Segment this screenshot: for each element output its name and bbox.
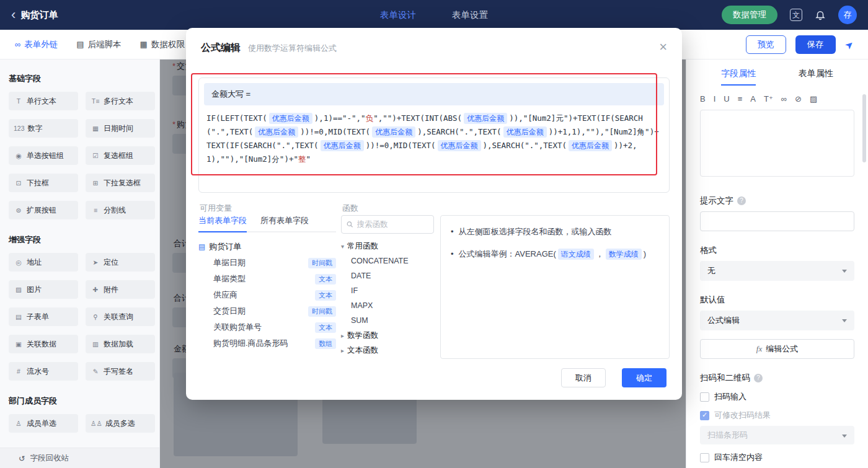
help-example-text: ) <box>644 247 646 262</box>
field-chip[interactable]: 优惠后金额 <box>503 126 547 138</box>
sidebar-field-extend-button[interactable]: ⊜扩展按钮 <box>9 201 78 219</box>
sidebar-field-location[interactable]: ➤定位 <box>86 253 155 272</box>
formula-help-panel: 从左侧面板选择字段名和函数，或输入函数 公式编辑举例：AVERAGE( 语文成绩… <box>440 215 670 359</box>
data-permission-button[interactable]: ▦ 数据权限 <box>140 39 185 50</box>
field-chip[interactable]: 优惠后金额 <box>255 126 298 138</box>
sidebar-field-linked-data[interactable]: ▣关联数据 <box>9 335 78 353</box>
sidebar-field-data-load[interactable]: ▥数据加载 <box>86 335 155 353</box>
tab-all-form-fields[interactable]: 所有表单字段 <box>260 215 309 231</box>
close-icon[interactable]: × <box>659 39 667 55</box>
function-item[interactable]: DATE <box>341 268 434 283</box>
sidebar-field-divider[interactable]: ≡分割线 <box>86 201 155 219</box>
scan-input-checkbox[interactable] <box>700 392 709 402</box>
variable-item[interactable]: 单据类型文本 <box>198 271 336 287</box>
variable-type-badge: 文本 <box>315 322 336 333</box>
help-icon[interactable] <box>754 374 763 382</box>
form-link-button[interactable]: ∞ 表单外链 <box>15 39 58 50</box>
avatar[interactable]: 存 <box>838 6 857 24</box>
variable-item[interactable]: 供应商文本 <box>198 287 336 303</box>
scrollbar[interactable] <box>862 94 866 162</box>
field-chip[interactable]: 优惠后金额 <box>438 140 481 151</box>
sidebar-field-linked-query[interactable]: ⚲关联查询 <box>86 307 155 326</box>
tab-form-settings[interactable]: 表单设置 <box>452 9 488 21</box>
sidebar-field-subform[interactable]: ▤子表单 <box>9 307 78 326</box>
cancel-button[interactable]: 取消 <box>561 368 606 387</box>
variable-item[interactable]: 购货明细.商品条形码数组 <box>198 335 336 351</box>
backend-script-button[interactable]: ▤ 后端脚本 <box>76 39 121 50</box>
chevron-right-icon: ▸ <box>341 332 344 339</box>
modify-scan-checkbox[interactable] <box>700 411 709 420</box>
scan-barcode-select[interactable]: 扫描条形码 <box>700 426 854 444</box>
save-button[interactable]: 保存 <box>795 35 836 54</box>
subform-icon: ▤ <box>14 313 24 320</box>
function-search[interactable] <box>341 215 434 234</box>
sidebar-field-signature[interactable]: ✎手写签名 <box>86 362 155 381</box>
function-group[interactable]: ▸数学函数 <box>341 328 434 343</box>
language-icon[interactable]: 文 <box>790 9 802 21</box>
sidebar-field-multi-line-text[interactable]: T≡多行文本 <box>86 92 155 110</box>
variable-item[interactable]: 单据日期时间戳 <box>198 255 336 271</box>
image-icon: ▨ <box>14 286 24 293</box>
help-icon[interactable] <box>737 196 746 205</box>
sidebar-field-attachment[interactable]: ✚附件 <box>86 280 155 299</box>
back-icon[interactable]: ‹ <box>11 9 16 21</box>
format-select[interactable]: 无 <box>700 261 854 281</box>
share-icon[interactable]: ➤ <box>842 37 856 51</box>
sidebar-field-member-single[interactable]: ♙成员单选 <box>9 414 78 433</box>
field-recycle-bin[interactable]: ↺ 字段回收站 <box>0 448 159 468</box>
sidebar-field-image[interactable]: ▨图片 <box>9 280 78 299</box>
hint-text-input[interactable] <box>700 211 854 231</box>
function-item[interactable]: IF <box>341 283 434 298</box>
enter-clear-checkbox[interactable] <box>700 453 709 462</box>
sidebar-field-dropdown-multi[interactable]: ⊞下拉复选框 <box>86 174 155 192</box>
tab-form-properties[interactable]: 表单属性 <box>799 68 833 86</box>
font-color-icon[interactable]: A <box>750 94 756 104</box>
function-item[interactable]: MAPX <box>341 298 434 313</box>
field-chip[interactable]: 优惠后金额 <box>569 140 612 151</box>
sidebar-field-radio-group[interactable]: ◉单选按钮组 <box>9 146 78 165</box>
scan-input-label: 扫码输入 <box>714 391 746 402</box>
formula-editor[interactable]: 金额大写 = IF(LEFT(TEXT(优惠后金额),1)=="-","负","… <box>198 77 670 193</box>
edit-formula-button[interactable]: fx 编辑公式 <box>700 339 854 359</box>
underline-icon[interactable]: U <box>724 94 729 104</box>
field-chip[interactable]: 优惠后金额 <box>269 113 312 124</box>
variable-item[interactable]: 关联购货单号文本 <box>198 319 336 335</box>
field-title-editor[interactable] <box>700 110 854 177</box>
function-group[interactable]: ▾常用函数 <box>341 239 434 254</box>
sidebar-field-member-multi[interactable]: ♙♙成员多选 <box>86 414 155 433</box>
sidebar-field-checkbox-group[interactable]: ☑复选框组 <box>86 146 155 165</box>
font-size-icon[interactable]: T⁺ <box>764 94 773 104</box>
confirm-button[interactable]: 确定 <box>622 368 666 387</box>
tab-field-properties[interactable]: 字段属性 <box>721 68 756 86</box>
bell-icon[interactable] <box>815 9 826 20</box>
function-search-input[interactable] <box>357 220 429 229</box>
unlink-icon[interactable]: ⊘ <box>795 94 802 104</box>
function-group[interactable]: ▸文本函数 <box>341 343 434 358</box>
italic-icon[interactable]: I <box>714 94 716 104</box>
sidebar-field-serial-number[interactable]: #流水号 <box>9 362 78 381</box>
image-icon[interactable]: ▨ <box>810 94 817 104</box>
sidebar-field-number[interactable]: 123数字 <box>9 119 78 138</box>
formula-code[interactable]: IF(LEFT(TEXT(优惠后金额),1)=="-","负","")+TEXT… <box>204 105 664 172</box>
variable-item[interactable]: 交货日期时间戳 <box>198 303 336 319</box>
tab-current-form-fields[interactable]: 当前表单字段 <box>198 215 247 232</box>
formula-text: ))!=0,MID(TEXT( <box>300 127 370 136</box>
field-chip[interactable]: 优惠后金额 <box>372 126 415 138</box>
default-value-select[interactable]: 公式编辑 <box>700 311 854 330</box>
preview-button[interactable]: 预览 <box>746 35 786 54</box>
formula-text: ),SEARCH(".",TEXT( <box>483 141 567 150</box>
field-chip[interactable]: 优惠后金额 <box>321 140 364 151</box>
bold-icon[interactable]: B <box>700 94 706 104</box>
variable-root[interactable]: ▤购货订单 <box>198 239 336 255</box>
sidebar-field-address[interactable]: ◎地址 <box>9 253 78 272</box>
function-item[interactable]: CONCATENATE <box>341 254 434 268</box>
tab-form-design[interactable]: 表单设计 <box>380 9 416 21</box>
sidebar-field-single-line-text[interactable]: T单行文本 <box>9 92 78 110</box>
data-manage-button[interactable]: 数据管理 <box>722 6 777 24</box>
align-icon[interactable]: ≡ <box>738 94 743 104</box>
link-icon[interactable]: ∞ <box>781 94 787 104</box>
function-item[interactable]: SUM <box>341 313 434 328</box>
sidebar-field-datetime[interactable]: ▦日期时间 <box>86 119 155 138</box>
sidebar-field-dropdown[interactable]: ⊡下拉框 <box>9 174 78 192</box>
field-chip[interactable]: 优惠后金额 <box>464 113 507 124</box>
